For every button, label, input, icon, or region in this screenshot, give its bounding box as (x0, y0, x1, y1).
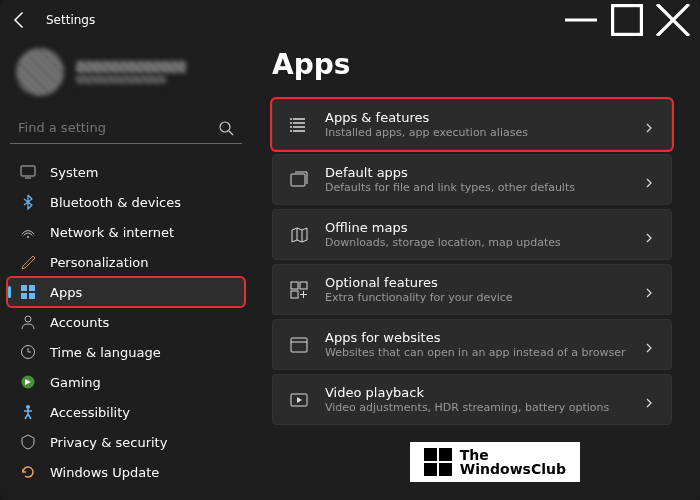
user-name (76, 61, 186, 73)
sidebar-item-label: Privacy & security (50, 435, 232, 450)
sidebar-item-network[interactable]: Network & internet (8, 218, 244, 246)
sidebar-item-label: Accessibility (50, 405, 232, 420)
sidebar-item-accounts[interactable]: Accounts (8, 308, 244, 336)
video-icon (289, 390, 309, 410)
minimize-button[interactable] (558, 4, 604, 36)
card-subtitle: Downloads, storage location, map updates (325, 236, 627, 249)
sidebar-item-personalization[interactable]: Personalization (8, 248, 244, 276)
svg-rect-18 (300, 282, 307, 289)
network-icon (20, 224, 36, 240)
card-title: Default apps (325, 165, 627, 180)
card-text: Optional features Extra functionality fo… (325, 275, 627, 304)
bluetooth-icon (20, 194, 36, 210)
sidebar: System Bluetooth & devices Network & int… (0, 40, 252, 500)
card-title: Video playback (325, 385, 627, 400)
cards-list: Apps & features Installed apps, app exec… (272, 99, 672, 425)
card-apps-features[interactable]: Apps & features Installed apps, app exec… (272, 99, 672, 150)
main-content: Apps Apps & features Installed apps, app… (252, 40, 700, 500)
card-title: Offline maps (325, 220, 627, 235)
maximize-button[interactable] (604, 4, 650, 36)
chevron-right-icon (643, 119, 655, 131)
sidebar-item-label: Gaming (50, 375, 232, 390)
accessibility-icon (20, 404, 36, 420)
chevron-right-icon (643, 174, 655, 186)
maximize-icon (604, 4, 650, 36)
card-text: Apps for websites Websites that can open… (325, 330, 627, 359)
card-text: Default apps Defaults for file and link … (325, 165, 627, 194)
sidebar-item-label: Network & internet (50, 225, 232, 240)
watermark: The WindowsClub (410, 442, 580, 482)
sidebar-item-accessibility[interactable]: Accessibility (8, 398, 244, 426)
svg-rect-2 (21, 166, 35, 176)
sidebar-item-label: Accounts (50, 315, 232, 330)
svg-rect-4 (21, 285, 27, 291)
svg-rect-19 (291, 291, 298, 298)
sidebar-item-label: System (50, 165, 232, 180)
optional-icon (289, 280, 309, 300)
card-apps-for-websites[interactable]: Apps for websites Websites that can open… (272, 319, 672, 370)
card-subtitle: Defaults for file and link types, other … (325, 181, 627, 194)
time-icon (20, 344, 36, 360)
close-button[interactable] (650, 4, 696, 36)
gaming-icon (20, 374, 36, 390)
sidebar-item-update[interactable]: Windows Update (8, 458, 244, 486)
user-email (76, 75, 166, 84)
svg-rect-6 (21, 293, 27, 299)
card-title: Apps & features (325, 110, 627, 125)
sidebar-item-gaming[interactable]: Gaming (8, 368, 244, 396)
sidebar-item-bluetooth[interactable]: Bluetooth & devices (8, 188, 244, 216)
websites-icon (289, 335, 309, 355)
sidebar-item-label: Personalization (50, 255, 232, 270)
map-icon (289, 225, 309, 245)
chevron-right-icon (643, 394, 655, 406)
accounts-icon (20, 314, 36, 330)
card-subtitle: Extra functionality for your device (325, 291, 627, 304)
watermark-text: The WindowsClub (460, 448, 566, 476)
svg-rect-0 (613, 6, 642, 35)
default-apps-icon (289, 170, 309, 190)
titlebar: Settings (0, 0, 700, 40)
search-box[interactable] (10, 112, 242, 144)
chevron-right-icon (643, 229, 655, 241)
list-icon (289, 115, 309, 135)
user-info (76, 61, 236, 84)
search-icon (218, 120, 234, 136)
settings-window: Settings System (0, 0, 700, 500)
user-section[interactable] (8, 40, 244, 110)
sidebar-item-label: Apps (50, 285, 232, 300)
back-button[interactable] (10, 10, 30, 30)
titlebar-left: Settings (10, 10, 95, 30)
card-title: Optional features (325, 275, 627, 290)
page-title: Apps (272, 48, 672, 81)
svg-rect-5 (29, 285, 35, 291)
system-icon (20, 164, 36, 180)
card-optional-features[interactable]: Optional features Extra functionality fo… (272, 264, 672, 315)
sidebar-item-privacy[interactable]: Privacy & security (8, 428, 244, 456)
sidebar-item-label: Time & language (50, 345, 232, 360)
apps-icon (20, 284, 36, 300)
sidebar-item-apps[interactable]: Apps (8, 278, 244, 306)
close-icon (650, 4, 696, 36)
card-video-playback[interactable]: Video playback Video adjustments, HDR st… (272, 374, 672, 425)
card-text: Video playback Video adjustments, HDR st… (325, 385, 627, 414)
window-body: System Bluetooth & devices Network & int… (0, 40, 700, 500)
svg-rect-20 (291, 338, 307, 352)
svg-point-15 (290, 130, 292, 132)
chevron-right-icon (643, 339, 655, 351)
card-default-apps[interactable]: Default apps Defaults for file and link … (272, 154, 672, 205)
svg-rect-16 (291, 174, 305, 186)
card-offline-maps[interactable]: Offline maps Downloads, storage location… (272, 209, 672, 260)
sidebar-item-time[interactable]: Time & language (8, 338, 244, 366)
window-controls (558, 4, 696, 36)
avatar (16, 48, 64, 96)
search-input[interactable] (18, 120, 218, 135)
svg-point-11 (26, 405, 30, 409)
svg-rect-7 (29, 293, 35, 299)
svg-point-13 (290, 122, 292, 124)
svg-point-1 (220, 122, 230, 132)
privacy-icon (20, 434, 36, 450)
chevron-right-icon (643, 284, 655, 296)
sidebar-item-system[interactable]: System (8, 158, 244, 186)
minimize-icon (558, 4, 604, 36)
arrow-left-icon (10, 10, 30, 30)
